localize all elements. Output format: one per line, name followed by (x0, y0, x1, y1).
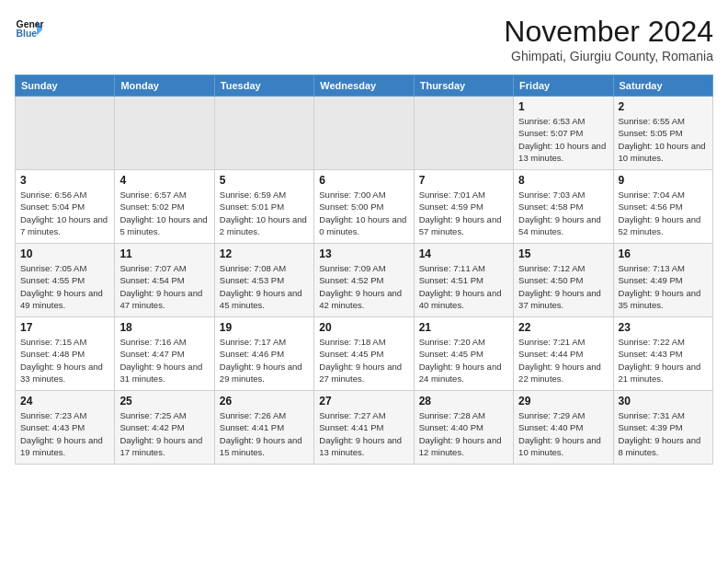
day-number: 6 (319, 174, 408, 187)
calendar-cell (314, 97, 414, 170)
day-number: 21 (419, 321, 508, 334)
calendar-week-5: 24Sunrise: 7:23 AM Sunset: 4:43 PM Dayli… (16, 391, 713, 465)
calendar-cell: 25Sunrise: 7:25 AM Sunset: 4:42 PM Dayli… (115, 391, 214, 465)
day-info: Sunrise: 7:23 AM Sunset: 4:43 PM Dayligh… (20, 409, 109, 458)
day-number: 2 (619, 100, 708, 113)
weekday-header-saturday: Saturday (613, 75, 712, 97)
day-info: Sunrise: 6:55 AM Sunset: 5:05 PM Dayligh… (619, 115, 708, 164)
weekday-header-sunday: Sunday (16, 75, 115, 97)
day-number: 11 (119, 247, 209, 260)
day-number: 10 (20, 247, 109, 260)
calendar-week-1: 1Sunrise: 6:53 AM Sunset: 5:07 PM Daylig… (16, 97, 713, 170)
calendar-cell: 17Sunrise: 7:15 AM Sunset: 4:48 PM Dayli… (16, 317, 115, 391)
day-info: Sunrise: 7:11 AM Sunset: 4:51 PM Dayligh… (419, 262, 508, 311)
day-info: Sunrise: 7:25 AM Sunset: 4:42 PM Dayligh… (119, 409, 209, 458)
day-info: Sunrise: 7:15 AM Sunset: 4:48 PM Dayligh… (20, 336, 109, 385)
day-number: 27 (319, 395, 408, 408)
day-info: Sunrise: 7:13 AM Sunset: 4:49 PM Dayligh… (619, 262, 708, 311)
weekday-header-friday: Friday (514, 75, 613, 97)
day-info: Sunrise: 7:09 AM Sunset: 4:52 PM Dayligh… (319, 262, 408, 311)
calendar-cell: 4Sunrise: 6:57 AM Sunset: 5:02 PM Daylig… (115, 170, 214, 244)
day-info: Sunrise: 7:07 AM Sunset: 4:54 PM Dayligh… (119, 262, 209, 311)
day-info: Sunrise: 7:20 AM Sunset: 4:45 PM Dayligh… (419, 336, 508, 385)
day-number: 23 (619, 321, 708, 334)
day-number: 15 (518, 247, 608, 260)
day-info: Sunrise: 7:18 AM Sunset: 4:45 PM Dayligh… (319, 336, 408, 385)
calendar-cell: 6Sunrise: 7:00 AM Sunset: 5:00 PM Daylig… (314, 170, 414, 244)
weekday-header-tuesday: Tuesday (214, 75, 313, 97)
calendar-cell: 24Sunrise: 7:23 AM Sunset: 4:43 PM Dayli… (16, 391, 115, 465)
svg-text:Blue: Blue (17, 29, 38, 39)
day-number: 25 (119, 395, 209, 408)
weekday-header-monday: Monday (115, 75, 214, 97)
day-number: 3 (20, 174, 109, 187)
page-header: General Blue November 2024 Ghimpati, Giu… (15, 15, 713, 63)
calendar-cell: 23Sunrise: 7:22 AM Sunset: 4:43 PM Dayli… (613, 317, 712, 391)
calendar-cell (214, 97, 313, 170)
calendar-cell: 1Sunrise: 6:53 AM Sunset: 5:07 PM Daylig… (514, 97, 613, 170)
day-number: 20 (319, 321, 408, 334)
calendar-cell (414, 97, 513, 170)
calendar-cell: 9Sunrise: 7:04 AM Sunset: 4:56 PM Daylig… (613, 170, 712, 244)
day-number: 17 (20, 321, 109, 334)
calendar-cell: 3Sunrise: 6:56 AM Sunset: 5:04 PM Daylig… (16, 170, 115, 244)
calendar-cell: 11Sunrise: 7:07 AM Sunset: 4:54 PM Dayli… (115, 244, 214, 317)
day-number: 7 (419, 174, 508, 187)
day-number: 19 (220, 321, 309, 334)
calendar-cell: 5Sunrise: 6:59 AM Sunset: 5:01 PM Daylig… (214, 170, 313, 244)
calendar-cell: 20Sunrise: 7:18 AM Sunset: 4:45 PM Dayli… (314, 317, 414, 391)
day-info: Sunrise: 7:29 AM Sunset: 4:40 PM Dayligh… (518, 409, 608, 458)
calendar-week-4: 17Sunrise: 7:15 AM Sunset: 4:48 PM Dayli… (16, 317, 713, 391)
day-number: 9 (619, 174, 708, 187)
day-number: 24 (20, 395, 109, 408)
day-info: Sunrise: 7:16 AM Sunset: 4:47 PM Dayligh… (119, 336, 209, 385)
calendar-header: SundayMondayTuesdayWednesdayThursdayFrid… (16, 75, 713, 97)
calendar-cell: 8Sunrise: 7:03 AM Sunset: 4:58 PM Daylig… (514, 170, 613, 244)
calendar-cell: 12Sunrise: 7:08 AM Sunset: 4:53 PM Dayli… (214, 244, 313, 317)
calendar-week-3: 10Sunrise: 7:05 AM Sunset: 4:55 PM Dayli… (16, 244, 713, 317)
calendar-body: 1Sunrise: 6:53 AM Sunset: 5:07 PM Daylig… (16, 97, 713, 465)
day-info: Sunrise: 7:22 AM Sunset: 4:43 PM Dayligh… (619, 336, 708, 385)
day-number: 12 (220, 247, 309, 260)
calendar-cell: 7Sunrise: 7:01 AM Sunset: 4:59 PM Daylig… (414, 170, 513, 244)
calendar-cell: 19Sunrise: 7:17 AM Sunset: 4:46 PM Dayli… (214, 317, 313, 391)
day-info: Sunrise: 7:31 AM Sunset: 4:39 PM Dayligh… (619, 409, 708, 458)
day-info: Sunrise: 7:04 AM Sunset: 4:56 PM Dayligh… (619, 189, 708, 237)
calendar-cell: 28Sunrise: 7:28 AM Sunset: 4:40 PM Dayli… (414, 391, 513, 465)
calendar-cell: 21Sunrise: 7:20 AM Sunset: 4:45 PM Dayli… (414, 317, 513, 391)
location-subtitle: Ghimpati, Giurgiu County, Romania (504, 49, 713, 63)
weekday-header-thursday: Thursday (414, 75, 513, 97)
day-info: Sunrise: 6:53 AM Sunset: 5:07 PM Dayligh… (518, 115, 608, 164)
day-info: Sunrise: 7:05 AM Sunset: 4:55 PM Dayligh… (20, 262, 109, 311)
day-number: 16 (619, 247, 708, 260)
calendar-cell: 15Sunrise: 7:12 AM Sunset: 4:50 PM Dayli… (514, 244, 613, 317)
day-number: 30 (619, 395, 708, 408)
calendar-week-2: 3Sunrise: 6:56 AM Sunset: 5:04 PM Daylig… (16, 170, 713, 244)
day-number: 13 (319, 247, 408, 260)
day-info: Sunrise: 7:28 AM Sunset: 4:40 PM Dayligh… (419, 409, 508, 458)
day-info: Sunrise: 6:57 AM Sunset: 5:02 PM Dayligh… (119, 189, 209, 237)
calendar-table: SundayMondayTuesdayWednesdayThursdayFrid… (15, 75, 713, 465)
day-number: 29 (518, 395, 608, 408)
day-number: 5 (220, 174, 309, 187)
calendar-cell (16, 97, 115, 170)
calendar-cell (115, 97, 214, 170)
weekday-header-row: SundayMondayTuesdayWednesdayThursdayFrid… (16, 75, 713, 97)
calendar-cell: 2Sunrise: 6:55 AM Sunset: 5:05 PM Daylig… (613, 97, 712, 170)
day-info: Sunrise: 7:21 AM Sunset: 4:44 PM Dayligh… (518, 336, 608, 385)
day-info: Sunrise: 7:27 AM Sunset: 4:41 PM Dayligh… (319, 409, 408, 458)
title-block: November 2024 Ghimpati, Giurgiu County, … (504, 15, 713, 63)
day-number: 14 (419, 247, 508, 260)
day-info: Sunrise: 7:03 AM Sunset: 4:58 PM Dayligh… (518, 189, 608, 237)
day-number: 1 (518, 100, 608, 113)
day-info: Sunrise: 7:17 AM Sunset: 4:46 PM Dayligh… (220, 336, 309, 385)
calendar-cell: 13Sunrise: 7:09 AM Sunset: 4:52 PM Dayli… (314, 244, 414, 317)
day-number: 28 (419, 395, 508, 408)
day-number: 22 (518, 321, 608, 334)
calendar-cell: 29Sunrise: 7:29 AM Sunset: 4:40 PM Dayli… (514, 391, 613, 465)
calendar-cell: 26Sunrise: 7:26 AM Sunset: 4:41 PM Dayli… (214, 391, 313, 465)
logo-icon: General Blue (15, 15, 44, 44)
calendar-cell: 30Sunrise: 7:31 AM Sunset: 4:39 PM Dayli… (613, 391, 712, 465)
day-info: Sunrise: 7:12 AM Sunset: 4:50 PM Dayligh… (518, 262, 608, 311)
calendar-cell: 27Sunrise: 7:27 AM Sunset: 4:41 PM Dayli… (314, 391, 414, 465)
